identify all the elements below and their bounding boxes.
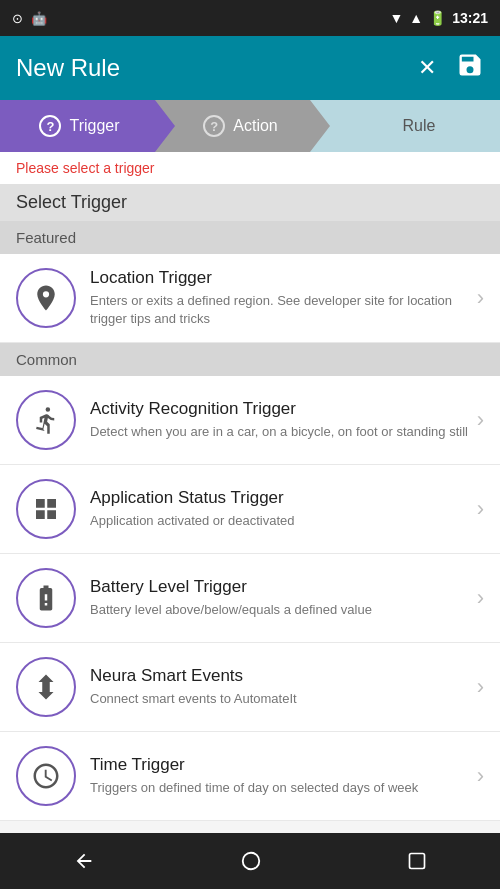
activity-trigger-text: Activity Recognition Trigger Detect when… bbox=[90, 399, 469, 441]
category-featured: Featured bbox=[0, 221, 500, 254]
back-button[interactable] bbox=[73, 850, 95, 872]
time-trigger-desc: Triggers on defined time of day on selec… bbox=[90, 779, 469, 797]
time-display: 13:21 bbox=[452, 10, 488, 26]
svg-rect-1 bbox=[410, 854, 425, 869]
signal-icon: ▲ bbox=[409, 10, 423, 26]
location-icon-container bbox=[16, 268, 76, 328]
recents-button[interactable] bbox=[407, 851, 427, 871]
android-icon: 🤖 bbox=[31, 11, 47, 26]
battery-trigger-title: Battery Level Trigger bbox=[90, 577, 469, 597]
bottom-navigation bbox=[0, 833, 500, 889]
status-bar: ⊙ 🤖 ▼ ▲ 🔋 13:21 bbox=[0, 0, 500, 36]
trigger-item-time[interactable]: Time Trigger Triggers on defined time of… bbox=[0, 732, 500, 821]
status-bar-right: ▼ ▲ 🔋 13:21 bbox=[389, 10, 488, 26]
activity-trigger-desc: Detect when you are in a car, on a bicyc… bbox=[90, 423, 469, 441]
time-chevron-icon: › bbox=[477, 763, 484, 789]
application-chevron-icon: › bbox=[477, 496, 484, 522]
time-trigger-title: Time Trigger bbox=[90, 755, 469, 775]
battery-trigger-text: Battery Level Trigger Battery level abov… bbox=[90, 577, 469, 619]
circle-icon: ⊙ bbox=[12, 11, 23, 26]
status-bar-left: ⊙ 🤖 bbox=[12, 11, 47, 26]
header-actions: ✕ bbox=[418, 51, 484, 85]
tab-rule-label: Rule bbox=[403, 117, 436, 135]
activity-chevron-icon: › bbox=[477, 407, 484, 433]
tab-action[interactable]: ? Action bbox=[155, 100, 330, 152]
application-trigger-desc: Application activated or deactivated bbox=[90, 512, 469, 530]
close-button[interactable]: ✕ bbox=[418, 55, 436, 81]
location-chevron-icon: › bbox=[477, 285, 484, 311]
application-trigger-title: Application Status Trigger bbox=[90, 488, 469, 508]
location-trigger-desc: Enters or exits a defined region. See de… bbox=[90, 292, 469, 328]
tab-trigger-label: Trigger bbox=[69, 117, 119, 135]
content-area: Please select a trigger Select Trigger F… bbox=[0, 152, 500, 833]
trigger-item-activity[interactable]: Activity Recognition Trigger Detect when… bbox=[0, 376, 500, 465]
tab-trigger[interactable]: ? Trigger bbox=[0, 100, 175, 152]
wifi-icon: ▼ bbox=[389, 10, 403, 26]
trigger-item-location[interactable]: Location Trigger Enters or exits a defin… bbox=[0, 254, 500, 343]
action-help-icon[interactable]: ? bbox=[203, 115, 225, 137]
trigger-help-icon[interactable]: ? bbox=[39, 115, 61, 137]
home-button[interactable] bbox=[240, 850, 262, 872]
neura-trigger-title: Neura Smart Events bbox=[90, 666, 469, 686]
neura-icon-container bbox=[16, 657, 76, 717]
header: New Rule ✕ bbox=[0, 36, 500, 100]
battery-level-icon-container bbox=[16, 568, 76, 628]
activity-trigger-title: Activity Recognition Trigger bbox=[90, 399, 469, 419]
category-common: Common bbox=[0, 343, 500, 376]
error-message: Please select a trigger bbox=[0, 152, 500, 184]
trigger-item-battery[interactable]: Battery Level Trigger Battery level abov… bbox=[0, 554, 500, 643]
battery-chevron-icon: › bbox=[477, 585, 484, 611]
section-title: Select Trigger bbox=[0, 184, 500, 221]
neura-trigger-text: Neura Smart Events Connect smart events … bbox=[90, 666, 469, 708]
location-trigger-title: Location Trigger bbox=[90, 268, 469, 288]
application-icon-container bbox=[16, 479, 76, 539]
tab-bar: ? Trigger ? Action Rule bbox=[0, 100, 500, 152]
time-trigger-text: Time Trigger Triggers on defined time of… bbox=[90, 755, 469, 797]
trigger-item-neura[interactable]: Neura Smart Events Connect smart events … bbox=[0, 643, 500, 732]
page-title: New Rule bbox=[16, 54, 120, 82]
tab-rule[interactable]: Rule bbox=[310, 100, 500, 152]
neura-chevron-icon: › bbox=[477, 674, 484, 700]
battery-icon: 🔋 bbox=[429, 10, 446, 26]
neura-trigger-desc: Connect smart events to AutomateIt bbox=[90, 690, 469, 708]
activity-icon-container bbox=[16, 390, 76, 450]
application-trigger-text: Application Status Trigger Application a… bbox=[90, 488, 469, 530]
location-trigger-text: Location Trigger Enters or exits a defin… bbox=[90, 268, 469, 328]
battery-trigger-desc: Battery level above/below/equals a defin… bbox=[90, 601, 469, 619]
svg-point-0 bbox=[243, 853, 260, 870]
tab-action-label: Action bbox=[233, 117, 277, 135]
save-button[interactable] bbox=[456, 51, 484, 85]
time-icon-container bbox=[16, 746, 76, 806]
trigger-item-application[interactable]: Application Status Trigger Application a… bbox=[0, 465, 500, 554]
